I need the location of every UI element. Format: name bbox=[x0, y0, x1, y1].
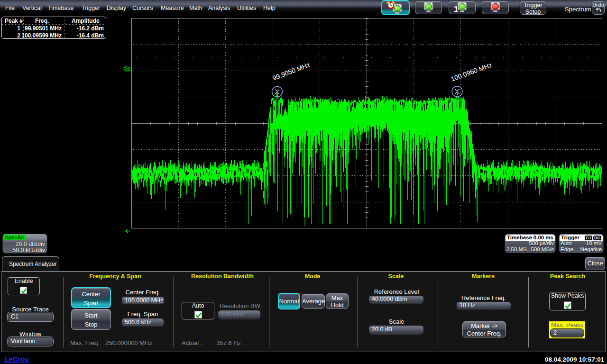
svg-text:Sp.: Sp. bbox=[124, 65, 132, 71]
svg-text:100.0960 MHz: 100.0960 MHz bbox=[450, 61, 493, 83]
svg-text:99.9050 MHz: 99.9050 MHz bbox=[271, 61, 311, 82]
